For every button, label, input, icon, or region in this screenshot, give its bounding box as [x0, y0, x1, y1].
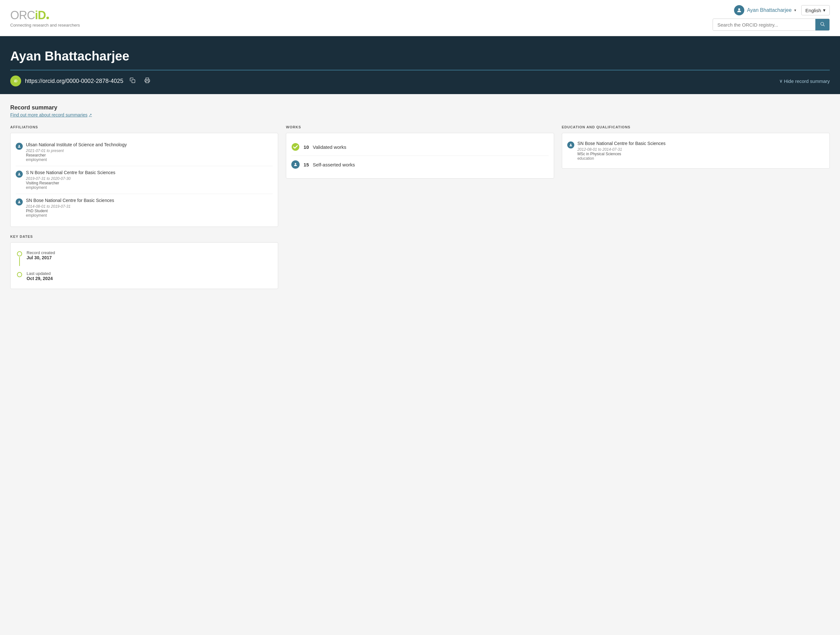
- svg-point-10: [570, 144, 572, 145]
- logo-area: ORCiD Connecting research and researcher…: [10, 9, 80, 27]
- affiliation-type-2: employment: [26, 213, 114, 218]
- profile-name: Ayan Bhattacharjee: [10, 49, 830, 63]
- svg-point-9: [295, 163, 297, 164]
- works-item-1: 15 Self-asserted works: [291, 156, 548, 173]
- site-header: ORCiD Connecting research and researcher…: [0, 0, 840, 36]
- key-dates-section-header: KEY DATES: [10, 235, 278, 239]
- svg-rect-4: [146, 81, 149, 82]
- validated-icon: [291, 143, 300, 151]
- education-section-header: EDUCATION AND QUALIFICATIONS: [562, 125, 830, 129]
- logo-subtitle: Connecting research and researchers: [10, 23, 80, 27]
- language-selector[interactable]: English ▾: [801, 5, 830, 15]
- affiliation-role-1: Visiting Researcher: [26, 181, 115, 185]
- logo-orc: ORC: [10, 9, 35, 22]
- record-summary-link-text: Find out more about record summaries: [10, 112, 87, 117]
- user-name: Ayan Bhattacharjee: [747, 7, 791, 13]
- language-label: English: [805, 8, 821, 13]
- search-icon: [820, 21, 825, 27]
- user-menu[interactable]: Ayan Bhattacharjee ▾: [734, 5, 796, 15]
- hide-summary-button[interactable]: ∨ Hide record summary: [779, 78, 830, 84]
- svg-point-6: [19, 173, 20, 174]
- main-content: Record summary Find out more about recor…: [0, 94, 840, 299]
- works-label-1: Self-asserted works: [313, 162, 355, 167]
- date-item-0: Record created Jul 30, 2017: [17, 248, 272, 269]
- key-dates-section: KEY DATES Record created Jul 30, 2017: [10, 235, 278, 289]
- affiliation-dates-2: 2014-08-01 to 2019-07-31: [26, 204, 114, 209]
- date-value-0: Jul 30, 2017: [27, 255, 55, 260]
- education-icon-0: [567, 141, 574, 148]
- svg-point-0: [738, 8, 740, 10]
- works-item-0: 10 Validated works: [291, 138, 548, 156]
- profile-divider: [10, 70, 830, 70]
- chevron-up-icon: ∨: [779, 78, 783, 84]
- date-dot-1: [17, 272, 22, 277]
- education-degree-0: MSc in Physical Sciences: [578, 152, 666, 156]
- affiliation-name-1: S N Bose National Centre for Basic Scien…: [26, 170, 115, 175]
- summary-columns: AFFILIATIONS Ulsan National Institute of…: [10, 125, 830, 289]
- header-controls: Ayan Bhattacharjee ▾ English ▾: [734, 5, 830, 15]
- education-type-0: education: [578, 156, 666, 161]
- works-count-1: 15: [303, 162, 309, 167]
- education-name-0: SN Bose National Centre for Basic Scienc…: [578, 141, 666, 146]
- print-button[interactable]: [142, 76, 153, 86]
- orcid-id-logo: iD: [10, 76, 21, 87]
- search-input[interactable]: [713, 19, 815, 30]
- affiliation-name-2: SN Bose National Centre for Basic Scienc…: [26, 198, 114, 203]
- record-summary-title: Record summary: [10, 104, 830, 111]
- affiliation-item-2: SN Bose National Centre for Basic Scienc…: [16, 194, 273, 221]
- affiliation-dates-1: 2019-07-31 to 2020-07-30: [26, 176, 115, 181]
- record-summary-link[interactable]: Find out more about record summaries ↗: [10, 112, 830, 117]
- profile-id-left: iD https://orcid.org/0000-0002-2878-4025: [10, 76, 153, 87]
- date-label-0: Record created: [27, 250, 55, 255]
- header-right: Ayan Bhattacharjee ▾ English ▾: [712, 5, 830, 31]
- works-column: WORKS 10 Validated works: [286, 125, 554, 289]
- works-count-0: 10: [303, 144, 309, 150]
- print-icon: [144, 77, 150, 83]
- date-connector: [19, 257, 20, 266]
- education-column: EDUCATION AND QUALIFICATIONS SN Bose Nat…: [562, 125, 830, 289]
- date-value-1: Oct 29, 2024: [27, 276, 53, 281]
- affiliation-name-0: Ulsan National Institute of Science and …: [26, 142, 127, 147]
- education-item-0: SN Bose National Centre for Basic Scienc…: [567, 138, 824, 163]
- hide-summary-label: Hide record summary: [784, 78, 830, 84]
- logo-id: iD: [35, 9, 46, 22]
- works-section-header: WORKS: [286, 125, 554, 129]
- svg-point-1: [821, 22, 824, 25]
- affiliations-card: Ulsan National Institute of Science and …: [10, 133, 278, 227]
- affiliation-item-0: Ulsan National Institute of Science and …: [16, 138, 273, 166]
- date-label-1: Last updated: [27, 271, 53, 276]
- orcid-logo: ORCiD: [10, 9, 80, 22]
- date-dot-0: [17, 251, 22, 256]
- self-asserted-icon: [291, 160, 300, 169]
- key-dates-card: Record created Jul 30, 2017 Last updated…: [10, 242, 278, 289]
- affiliation-dates-0: 2021-07-01 to present: [26, 148, 127, 153]
- svg-rect-3: [132, 79, 135, 82]
- logo-dot: [46, 17, 49, 19]
- affiliation-item-1: S N Bose National Centre for Basic Scien…: [16, 166, 273, 194]
- lang-chevron-icon: ▾: [823, 7, 826, 13]
- svg-point-7: [19, 201, 20, 202]
- affiliation-icon-1: [16, 171, 23, 178]
- external-link-icon: ↗: [89, 113, 92, 117]
- search-bar: [712, 19, 830, 31]
- affiliation-role-2: PhD Student: [26, 209, 114, 213]
- education-dates-0: 2012-08-01 to 2014-07-31: [578, 147, 666, 152]
- works-card: 10 Validated works 15 Self-asserted work…: [286, 133, 554, 178]
- svg-point-5: [19, 145, 20, 146]
- profile-id-bar: iD https://orcid.org/0000-0002-2878-4025…: [10, 76, 830, 87]
- search-button[interactable]: [815, 19, 829, 30]
- affiliation-role-0: Researcher: [26, 153, 127, 158]
- svg-point-8: [292, 143, 299, 151]
- copy-icon: [129, 77, 136, 83]
- affiliation-type-1: employment: [26, 185, 115, 190]
- copy-orcid-button[interactable]: [127, 76, 138, 86]
- education-card: SN Bose National Centre for Basic Scienc…: [562, 133, 830, 169]
- user-menu-chevron: ▾: [794, 8, 796, 13]
- affiliation-icon-2: [16, 198, 23, 205]
- affiliations-column: AFFILIATIONS Ulsan National Institute of…: [10, 125, 278, 289]
- affiliation-type-0: employment: [26, 158, 127, 162]
- svg-line-2: [823, 25, 825, 26]
- orcid-url: https://orcid.org/0000-0002-2878-4025: [25, 78, 123, 84]
- works-label-0: Validated works: [313, 144, 346, 150]
- affiliations-section-header: AFFILIATIONS: [10, 125, 278, 129]
